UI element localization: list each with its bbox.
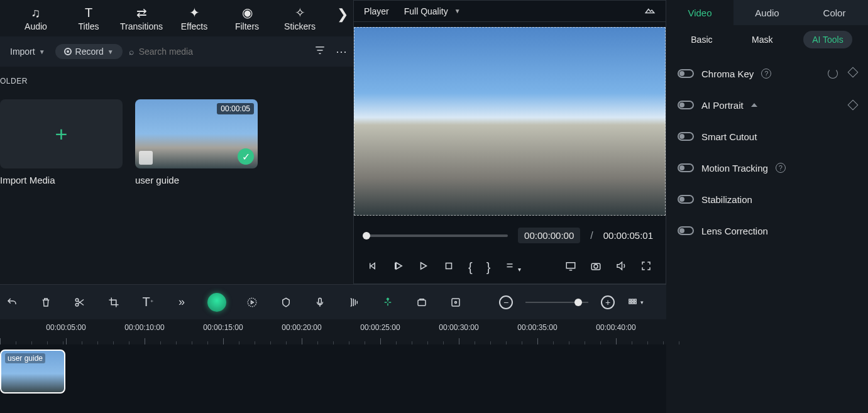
check-icon: ✓ xyxy=(238,148,254,165)
ai-portrait-toggle[interactable] xyxy=(678,101,694,109)
search-input[interactable] xyxy=(139,47,252,57)
timeline-ruler[interactable]: 00:00:05:00 00:00:10:00 00:00:15:00 00:0… xyxy=(0,319,666,344)
tab-filters[interactable]: ◉Filters xyxy=(224,0,270,36)
row-smart-cutout: Smart Cutout xyxy=(678,121,857,152)
media-toolbar: Import▼ Record▼ ⌕ ⋯ xyxy=(0,36,353,67)
inspector-panel: Video Audio Color Basic Mask AI Tools Ch… xyxy=(666,0,868,413)
prev-frame-icon[interactable] xyxy=(368,260,379,275)
timeline-clip[interactable]: user guide xyxy=(0,350,65,394)
ai-bot-icon[interactable] xyxy=(207,293,226,312)
plus-icon: + xyxy=(55,122,68,146)
render-icon[interactable] xyxy=(448,294,464,311)
text-icon[interactable]: T⁺ xyxy=(140,294,156,311)
ruler-label: 00:00:20:00 xyxy=(282,323,321,332)
auto-reframe-icon[interactable] xyxy=(380,294,396,311)
filter-icon: ◉ xyxy=(242,5,253,20)
subtab-label: AI Tools xyxy=(812,35,843,45)
svg-point-3 xyxy=(594,265,598,268)
media-panel: OLDER + Import Media 00:00:05 ✓ user gui… xyxy=(0,67,353,284)
subtab-basic[interactable]: Basic xyxy=(682,31,721,48)
fullscreen-icon[interactable] xyxy=(640,260,652,275)
current-time: 00:00:00:00 xyxy=(518,228,580,243)
import-dropdown[interactable]: Import▼ xyxy=(6,44,49,59)
tab-audio[interactable]: ♫Audio xyxy=(13,0,59,36)
keyframe-tool-icon[interactable] xyxy=(414,294,430,311)
subtab-ai-tools[interactable]: AI Tools xyxy=(803,31,852,48)
tab-transitions[interactable]: ⇄Transitions xyxy=(118,0,165,36)
record-icon xyxy=(64,48,72,55)
row-label: Smart Cutout xyxy=(701,131,757,142)
volume-icon[interactable] xyxy=(615,260,627,275)
tab-effects[interactable]: ✦Effects xyxy=(171,0,217,36)
row-ai-portrait: AI Portrait xyxy=(678,89,857,121)
quality-dropdown[interactable]: Full Quality▼ xyxy=(404,6,461,16)
zoom-knob[interactable] xyxy=(574,299,582,306)
more-icon[interactable]: ⋯ xyxy=(336,45,347,58)
split-icon[interactable] xyxy=(72,294,88,311)
help-icon[interactable]: ? xyxy=(761,69,771,79)
audio-sync-icon[interactable] xyxy=(346,294,362,311)
ruler-label: 00:00:05:00 xyxy=(46,323,85,332)
tab-stickers[interactable]: ✧Stickers xyxy=(277,0,323,36)
speed-icon[interactable] xyxy=(244,294,260,311)
marker-tool-icon[interactable] xyxy=(278,294,294,311)
seek-track[interactable] xyxy=(366,234,508,237)
marker-dropdown-icon[interactable]: ▾ xyxy=(504,260,521,275)
keyframe-icon[interactable] xyxy=(848,67,859,78)
media-items: + Import Media 00:00:05 ✓ user guide xyxy=(0,99,258,185)
stop-icon[interactable] xyxy=(443,260,454,275)
subtab-label: Basic xyxy=(691,35,712,45)
chroma-key-toggle[interactable] xyxy=(678,69,694,78)
media-clip-card[interactable]: 00:00:05 ✓ user guide xyxy=(135,99,258,185)
chevron-down-icon: ▼ xyxy=(39,48,45,55)
svg-rect-1 xyxy=(566,263,575,268)
delete-icon[interactable] xyxy=(38,294,54,311)
filter-sort-icon[interactable] xyxy=(314,45,326,59)
more-tools-icon[interactable]: » xyxy=(173,294,190,311)
player-canvas[interactable] xyxy=(354,27,666,216)
tab-color[interactable]: Color xyxy=(801,0,868,25)
zoom-slider[interactable] xyxy=(525,302,588,303)
lens-correction-toggle[interactable] xyxy=(678,226,694,235)
keyframe-icon[interactable] xyxy=(848,100,859,111)
smart-cutout-toggle[interactable] xyxy=(678,132,694,141)
film-icon xyxy=(139,151,153,165)
row-label: Chroma Key xyxy=(701,69,754,79)
camera-snapshot-icon[interactable] xyxy=(590,260,602,275)
play-forward-icon[interactable] xyxy=(418,260,429,275)
tab-video[interactable]: Video xyxy=(666,0,733,25)
media-name: Import Media xyxy=(0,175,123,185)
mark-out-icon[interactable]: } xyxy=(486,260,491,275)
tab-label: Transitions xyxy=(120,21,163,31)
tabs-overflow-chevron-icon[interactable]: ❯ xyxy=(337,6,348,23)
zoom-in-button[interactable]: + xyxy=(601,295,615,309)
view-options-icon[interactable]: ▾ xyxy=(627,294,644,311)
record-dropdown[interactable]: Record▼ xyxy=(55,44,123,59)
tab-audio[interactable]: Audio xyxy=(733,0,801,25)
import-media-card[interactable]: + Import Media xyxy=(0,99,123,185)
player-seekbar: 00:00:00:00 / 00:00:05:01 xyxy=(366,228,653,243)
stabilization-toggle[interactable] xyxy=(678,195,694,204)
ruler-label: 00:00:30:00 xyxy=(439,323,478,332)
display-icon[interactable] xyxy=(565,260,576,275)
svg-rect-16 xyxy=(634,302,636,304)
row-chroma-key: Chroma Key ? xyxy=(678,58,857,89)
crop-icon[interactable] xyxy=(106,294,122,311)
seek-knob[interactable] xyxy=(363,232,370,240)
mark-in-icon[interactable]: { xyxy=(468,260,473,275)
collapse-icon[interactable] xyxy=(751,103,757,107)
motion-tracking-toggle[interactable] xyxy=(678,163,694,172)
help-icon[interactable]: ? xyxy=(776,163,786,173)
undo-icon[interactable] xyxy=(4,294,20,311)
tab-titles[interactable]: TTitles xyxy=(65,0,112,36)
zoom-out-button[interactable]: − xyxy=(499,295,513,309)
inspector-subtabs: Basic Mask AI Tools xyxy=(666,25,868,54)
play-icon[interactable] xyxy=(393,260,404,275)
chevron-down-icon: ▼ xyxy=(107,48,114,55)
zoom-controls: − + ▾ xyxy=(499,294,662,311)
timeline-tracks[interactable]: user guide xyxy=(0,344,666,413)
reset-icon[interactable] xyxy=(828,69,838,79)
snapshot-icon[interactable] xyxy=(644,4,656,18)
subtab-mask[interactable]: Mask xyxy=(743,31,781,48)
voiceover-icon[interactable] xyxy=(312,294,328,311)
